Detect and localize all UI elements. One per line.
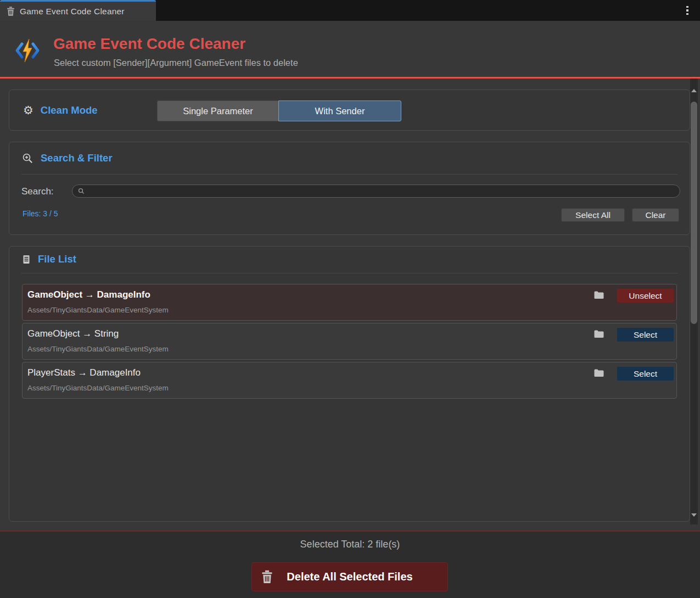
file-action-button[interactable]: Unselect: [617, 289, 674, 303]
file-title: GameObject → DamageInfo: [27, 289, 150, 300]
file-row: PlayerStats → DamageInfo Assets/TinyGian…: [22, 362, 677, 399]
clean-mode-section: ⚙ Clean Mode Single ParameterWith Sender: [9, 90, 690, 131]
file-list-heading-label: File List: [38, 253, 76, 265]
file-path: Assets/TinyGiantsData/GameEventSystem: [27, 306, 169, 314]
file-action-button[interactable]: Select: [617, 328, 674, 342]
page-title: Game Event Code Cleaner: [53, 35, 245, 53]
search-icon: [78, 188, 85, 194]
divider: [21, 273, 677, 273]
header-accent-divider: [0, 77, 700, 79]
divider: [21, 174, 677, 175]
select-all-button[interactable]: Select All: [561, 208, 625, 222]
files-count: Files: 3 / 5: [23, 209, 58, 218]
clear-button[interactable]: Clear: [632, 208, 679, 222]
file-list-section: File List GameObject → DamageInfo Assets…: [9, 246, 690, 522]
kebab-menu-icon: [686, 6, 688, 8]
file-rows: GameObject → DamageInfo Assets/TinyGiant…: [22, 284, 677, 401]
file-list-icon: [22, 255, 31, 264]
scrollbar-thumb[interactable]: [691, 102, 697, 324]
delete-all-label: Delete All Selected Files: [255, 571, 444, 583]
scroll-down-arrow[interactable]: [691, 513, 697, 517]
file-path: Assets/TinyGiantsData/GameEventSystem: [27, 345, 169, 353]
gear-icon: ⚙: [23, 104, 33, 116]
clean-mode-option[interactable]: Single Parameter: [157, 100, 278, 121]
search-filter-heading: Search & Filter: [22, 152, 113, 164]
clean-mode-heading: ⚙ Clean Mode: [23, 90, 98, 130]
app-logo-icon: [15, 39, 40, 64]
header: Game Event Code Cleaner Select custom [S…: [0, 21, 700, 77]
search-filter-section: Search & Filter Search: Files: 3 / 5 Sel…: [9, 142, 690, 235]
file-row: GameObject → String Assets/TinyGiantsDat…: [22, 323, 677, 360]
window-tab[interactable]: Game Event Code Cleaner: [0, 0, 156, 21]
scrollbar[interactable]: [690, 79, 698, 524]
file-path: Assets/TinyGiantsData/GameEventSystem: [27, 384, 169, 392]
window: Game Event Code Cleaner G: [0, 0, 700, 598]
tab-title: Game Event Code Cleaner: [20, 7, 125, 16]
delete-all-button[interactable]: Delete All Selected Files: [251, 562, 448, 591]
file-title: PlayerStats → DamageInfo: [27, 367, 141, 378]
search-input[interactable]: [88, 186, 674, 196]
file-list-heading: File List: [22, 253, 76, 265]
clean-mode-toggle-group: Single ParameterWith Sender: [157, 100, 401, 121]
search-filter-heading-label: Search & Filter: [41, 152, 113, 164]
window-menu-button[interactable]: [679, 0, 696, 21]
clean-mode-option[interactable]: With Sender: [278, 100, 401, 121]
file-row: GameObject → DamageInfo Assets/TinyGiant…: [22, 284, 677, 321]
folder-icon[interactable]: [593, 368, 604, 378]
clean-mode-heading-label: Clean Mode: [41, 104, 98, 116]
folder-icon[interactable]: [593, 329, 604, 339]
folder-icon[interactable]: [593, 290, 604, 300]
trash-icon: [7, 7, 15, 16]
scroll-up-arrow[interactable]: [691, 89, 697, 92]
zoom-in-icon: [22, 153, 33, 164]
search-field: [72, 185, 680, 198]
selected-total: Selected Total: 2 file(s): [0, 539, 700, 550]
search-label: Search:: [21, 186, 54, 197]
file-title: GameObject → String: [27, 328, 119, 339]
file-action-button[interactable]: Select: [617, 367, 674, 381]
trash-icon: [261, 570, 273, 584]
page-subtitle: Select custom [Sender][Argument] GameEve…: [54, 58, 298, 68]
tab-bar: Game Event Code Cleaner: [0, 0, 700, 21]
